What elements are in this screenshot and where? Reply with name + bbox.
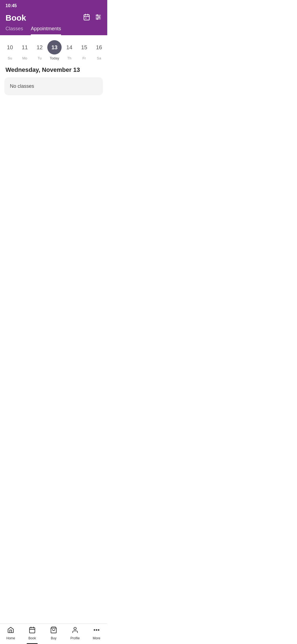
tab-classes[interactable]: Classes [6,26,23,35]
calendar-day-mo[interactable]: 11 Mo [18,40,32,60]
day-number-13: 13 [47,40,62,54]
no-classes-card: No classes [4,77,103,95]
day-number-12: 12 [32,40,47,54]
day-number-16: 16 [92,40,106,54]
calendar-day-fr[interactable]: 15 Fr [77,40,91,60]
day-label-sa: Sa [97,56,101,60]
time-display: 10:45 [6,3,17,8]
day-label-mo: Mo [22,56,27,60]
calendar-day-th[interactable]: 14 Th [62,40,76,60]
calendar-day-su[interactable]: 10 Su [3,40,17,60]
day-label-fr: Fr [82,56,86,60]
svg-point-9 [98,17,100,18]
tab-appointments[interactable]: Appointments [31,26,61,35]
no-classes-message: No classes [10,83,34,89]
calendar-day-sa[interactable]: 16 Sa [92,40,106,60]
calendar-strip: 10 Su 11 Mo 12 Tu 13 Today 14 Th 15 Fr 1… [0,35,107,63]
day-label-th: Th [67,56,71,60]
header-actions [83,13,102,22]
calendar-icon[interactable] [83,13,90,22]
filter-icon[interactable] [95,13,102,22]
svg-rect-4 [86,18,86,18]
day-label-tu: Tu [38,56,42,60]
status-bar: 10:45 [0,0,107,10]
day-number-10: 10 [3,40,17,54]
tab-bar: Classes Appointments [0,23,107,35]
day-label-today: Today [50,56,59,60]
app-header: Book [0,10,107,23]
day-number-11: 11 [18,40,32,54]
calendar-day-today[interactable]: 13 Today [47,40,62,60]
svg-point-8 [97,15,98,16]
day-number-15: 15 [77,40,91,54]
svg-point-10 [97,18,98,19]
day-number-14: 14 [62,40,76,54]
calendar-day-tu[interactable]: 12 Tu [32,40,47,60]
svg-rect-0 [84,15,89,20]
page-title: Book [6,13,26,23]
day-label-su: Su [8,56,12,60]
main-content: 10 Su 11 Mo 12 Tu 13 Today 14 Th 15 Fr 1… [0,35,107,95]
selected-date-heading: Wednesday, November 13 [0,63,107,77]
